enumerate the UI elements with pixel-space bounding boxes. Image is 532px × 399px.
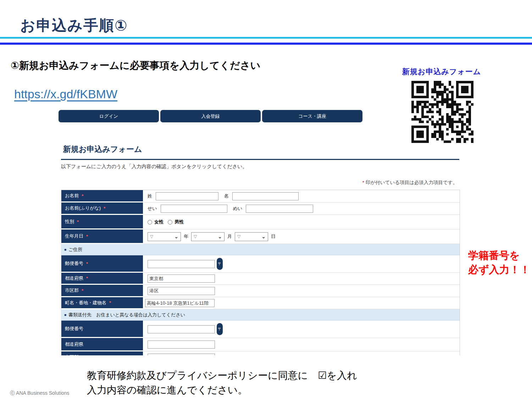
form-row-street: 町名・番地・建物名* <box>61 297 460 309</box>
label-text: お名前(ふりがな) <box>65 205 101 211</box>
section-marker: ■ <box>64 248 66 251</box>
application-form: お名前* 姓 名 お名前(ふりがな)* せい めい 性別 <box>61 190 460 355</box>
last-kana-input[interactable] <box>161 205 227 213</box>
gender-male-label: 男性 <box>174 219 184 225</box>
field-label-gender: 性別* <box>61 215 144 229</box>
first-name-input[interactable] <box>232 192 299 200</box>
label-text: 都道府県 <box>65 341 83 348</box>
form-row-mailing-postal: 郵便番号 〒 <box>61 321 460 338</box>
first-kana-input[interactable] <box>246 205 313 213</box>
gender-male-radio[interactable] <box>168 220 172 225</box>
section-title: ご住所 <box>68 246 82 253</box>
month-unit-label: 月 <box>227 233 232 240</box>
birth-year-select[interactable]: ▽⌄ <box>148 232 181 241</box>
label-text: 都道府県 <box>65 275 83 282</box>
qr-code <box>411 81 473 143</box>
required-mark: * <box>82 193 83 199</box>
form-url-link[interactable]: https://x.gd/fKBMW <box>14 87 117 101</box>
label-text: お名前 <box>65 193 79 199</box>
nav-courses-button[interactable]: コース・講座 <box>262 110 362 122</box>
required-asterisk: * <box>362 180 364 185</box>
mailing-postal-input[interactable] <box>148 325 215 333</box>
student-id-warning: 学籍番号を 必ず入力！！ <box>468 248 530 277</box>
student-id-warning-line2: 必ず入力！！ <box>468 262 530 277</box>
field-label-mailing-postal: 郵便番号 <box>61 321 144 338</box>
chevron-down-icon: ⌄ <box>261 234 266 239</box>
agreement-instruction-line2: 入力内容の確認に進んでください。 <box>87 383 357 397</box>
form-title: 新規お申込みフォーム <box>63 144 142 155</box>
mailing-postal-lookup-button[interactable]: 〒 <box>217 323 223 335</box>
student-id-warning-line1: 学籍番号を <box>468 248 530 262</box>
required-note: *印が付いている項目は必須入力項目です。 <box>61 179 458 186</box>
field-label-mailing-prefecture: 都道府県 <box>61 338 144 351</box>
form-intro: 以下フォームにご入力のうえ「入力内容の確認」ボタンをクリックしてください。 <box>61 164 248 170</box>
last-name-input[interactable] <box>156 192 218 200</box>
street-input[interactable] <box>145 299 215 307</box>
page-title: お申込み手順① <box>20 16 128 35</box>
mailing-city-input[interactable] <box>148 354 215 356</box>
slide: お申込み手順① ①新規お申込みフォームに必要事項を入力してください https:… <box>0 0 532 399</box>
required-mark: * <box>86 261 88 266</box>
form-row-name: お名前* 姓 名 <box>61 190 460 203</box>
label-text: 生年月日 <box>65 233 83 239</box>
year-unit-label: 年 <box>184 233 188 240</box>
form-row-kana: お名前(ふりがな)* せい めい <box>61 203 460 215</box>
section-header-address: ■ ご住所 <box>61 244 460 255</box>
accent-line-cyan <box>0 37 532 39</box>
label-text: 郵便番号 <box>65 260 83 267</box>
nav-login-button[interactable]: ログイン <box>59 110 159 122</box>
required-mark: * <box>82 288 83 293</box>
form-row-mailing-prefecture: 都道府県 <box>61 338 460 351</box>
label-text: 郵便番号 <box>65 326 83 332</box>
required-note-text: 印が付いている項目は必須入力項目です。 <box>366 180 458 185</box>
field-label-birthdate: 生年月日* <box>61 229 144 244</box>
label-text: 町名・番地・建物名 <box>65 300 106 306</box>
site-nav: ログイン 入会登録 コース・講座 <box>59 110 362 122</box>
birth-month-select[interactable]: ▽⌄ <box>191 232 225 241</box>
form-row-prefecture: 都道府県* <box>61 273 460 285</box>
chevron-down-icon: ⌄ <box>174 234 178 239</box>
form-row-mailing-city: 市区郡 <box>61 351 460 355</box>
copyright: Ⓒ ANA Business Solutions <box>10 390 69 397</box>
last-kana-prefix: せい <box>148 205 157 212</box>
required-mark: * <box>104 206 105 211</box>
step-heading: ①新規お申込みフォームに必要事項を入力してください <box>11 59 260 72</box>
field-label-city: 市区郡* <box>61 285 144 297</box>
postal-lookup-button[interactable]: 〒 <box>217 258 223 270</box>
required-mark: * <box>109 300 111 305</box>
chevron-down-icon: ⌄ <box>218 234 222 239</box>
label-text: 性別 <box>65 218 74 225</box>
form-row-city: 市区郡* <box>61 285 460 297</box>
agreement-instruction: 教育研修約款及びプライバシーポリシーに同意に ☑を入れ 入力内容の確認に進んでく… <box>87 368 357 397</box>
required-mark: * <box>77 219 79 225</box>
mailing-prefecture-input[interactable] <box>148 340 215 349</box>
section-header-mailing: ■ 書類送付先 お住まいと異なる場合は入力してください <box>61 309 460 321</box>
label-text: 市区郡 <box>65 354 79 355</box>
first-name-prefix: 名 <box>224 193 229 199</box>
birth-day-select[interactable]: ▽⌄ <box>235 232 268 241</box>
form-title-rule <box>61 159 459 160</box>
city-input[interactable] <box>148 287 215 295</box>
gender-female-radio[interactable] <box>148 220 152 225</box>
field-label-mailing-city: 市区郡 <box>61 351 144 355</box>
field-label-postal: 郵便番号* <box>61 255 144 273</box>
field-label-prefecture: 都道府県* <box>61 273 144 285</box>
required-mark: * <box>86 234 88 239</box>
last-name-prefix: 姓 <box>148 193 152 199</box>
qr-code-label: 新規お申込みフォーム <box>398 67 485 77</box>
prefecture-input[interactable] <box>148 275 215 283</box>
section-title: 書類送付先 お住まいと異なる場合は入力してください <box>68 312 185 318</box>
gender-female-label: 女性 <box>154 219 164 225</box>
form-row-postal-code: 郵便番号* 〒 <box>61 255 460 273</box>
postal-code-input[interactable] <box>148 260 215 268</box>
label-text: 市区郡 <box>65 287 79 294</box>
required-mark: * <box>86 276 88 281</box>
form-row-birthdate: 生年月日* ▽⌄ 年 ▽⌄ 月 ▽⌄ 日 <box>61 229 460 244</box>
field-label-street: 町名・番地・建物名* <box>61 297 144 309</box>
section-marker: ■ <box>64 313 66 317</box>
field-label-kana: お名前(ふりがな)* <box>61 203 144 215</box>
first-kana-prefix: めい <box>233 205 243 212</box>
agreement-instruction-line1: 教育研修約款及びプライバシーポリシーに同意に ☑を入れ <box>87 368 357 383</box>
nav-register-button[interactable]: 入会登録 <box>160 110 261 122</box>
accent-line-blue <box>0 43 532 45</box>
